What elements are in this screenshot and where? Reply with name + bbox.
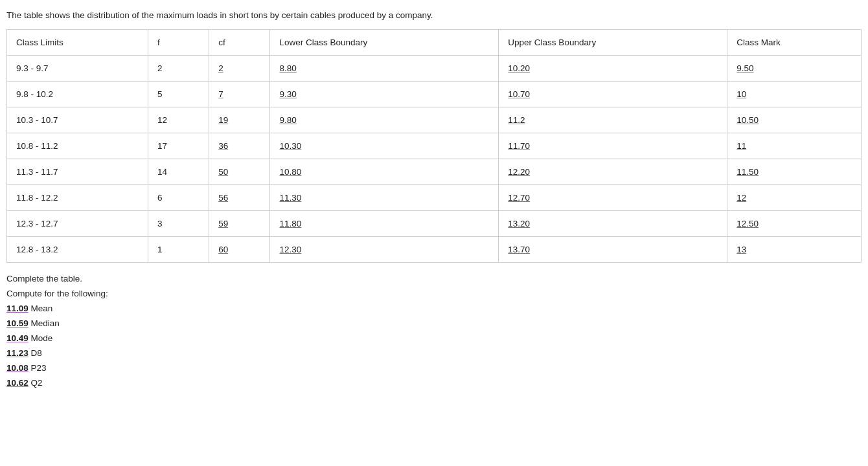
- cell-cf: 59: [209, 211, 270, 237]
- cell-lcb: 11.30: [270, 185, 499, 211]
- cell-f: 12: [148, 107, 209, 133]
- cell-cm: 11: [727, 133, 862, 159]
- p23-label-text: P23: [31, 363, 47, 373]
- cell-f: 1: [148, 237, 209, 263]
- cell-ucb: 11.2: [499, 107, 727, 133]
- cell-class-limits: 11.8 - 12.2: [7, 185, 148, 211]
- cell-cf: 36: [209, 133, 270, 159]
- cell-f: 6: [148, 185, 209, 211]
- p23-value: 10.08: [6, 363, 29, 373]
- d8-label-text: D8: [31, 348, 42, 358]
- table-row: 12.8 - 13.216012.3013.7013: [7, 237, 862, 263]
- cell-cm: 12: [727, 185, 862, 211]
- mode-value: 10.49: [6, 333, 29, 343]
- cell-f: 2: [148, 56, 209, 82]
- q2-row: 10.62 Q2: [6, 376, 862, 391]
- cell-cm: 10.50: [727, 107, 862, 133]
- cell-f: 5: [148, 82, 209, 107]
- cell-cf: 19: [209, 107, 270, 133]
- cell-ucb: 11.70: [499, 133, 727, 159]
- header-cf: cf: [209, 30, 270, 56]
- cell-cm: 11.50: [727, 159, 862, 185]
- q2-value: 10.62: [6, 378, 29, 388]
- median-row: 10.59 Median: [6, 316, 862, 331]
- cell-lcb: 9.30: [270, 82, 499, 107]
- table-row: 12.3 - 12.735911.8013.2012.50: [7, 211, 862, 237]
- cell-f: 3: [148, 211, 209, 237]
- table-row: 11.3 - 11.7145010.8012.2011.50: [7, 159, 862, 185]
- cell-cf: 60: [209, 237, 270, 263]
- cell-cm: 12.50: [727, 211, 862, 237]
- cell-class-limits: 11.3 - 11.7: [7, 159, 148, 185]
- cell-class-limits: 9.8 - 10.2: [7, 82, 148, 107]
- mean-value: 11.09: [6, 304, 29, 313]
- cell-cm: 9.50: [727, 56, 862, 82]
- header-f: f: [148, 30, 209, 56]
- median-label-text: Median: [31, 318, 60, 328]
- header-lcb: Lower Class Boundary: [270, 30, 499, 56]
- cell-class-limits: 10.8 - 11.2: [7, 133, 148, 159]
- cell-ucb: 13.20: [499, 211, 727, 237]
- cell-class-limits: 9.3 - 9.7: [7, 56, 148, 82]
- cell-lcb: 8.80: [270, 56, 499, 82]
- d8-value: 11.23: [6, 348, 29, 358]
- header-ucb: Upper Class Boundary: [499, 30, 727, 56]
- data-table: Class Limits f cf Lower Class Boundary U…: [6, 29, 862, 263]
- table-row: 11.8 - 12.265611.3012.7012: [7, 185, 862, 211]
- cell-cf: 56: [209, 185, 270, 211]
- cell-cm: 10: [727, 82, 862, 107]
- cell-lcb: 10.30: [270, 133, 499, 159]
- table-row: 10.3 - 10.712199.8011.210.50: [7, 107, 862, 133]
- mode-label-text: Mode: [31, 333, 53, 343]
- summary-section: Complete the table. Compute for the foll…: [6, 272, 862, 391]
- mean-row: 11.09 Mean: [6, 302, 862, 316]
- cell-lcb: 9.80: [270, 107, 499, 133]
- cell-ucb: 12.20: [499, 159, 727, 185]
- table-row: 9.3 - 9.7228.8010.209.50: [7, 56, 862, 82]
- cell-class-limits: 12.3 - 12.7: [7, 211, 148, 237]
- cell-f: 14: [148, 159, 209, 185]
- q2-label-text: Q2: [31, 378, 43, 388]
- cell-cf: 2: [209, 56, 270, 82]
- instruction-complete: Complete the table.: [6, 272, 862, 287]
- d8-row: 11.23 D8: [6, 346, 862, 361]
- cell-lcb: 10.80: [270, 159, 499, 185]
- description: The table shows the distribution of the …: [6, 10, 862, 20]
- table-header-row: Class Limits f cf Lower Class Boundary U…: [7, 30, 862, 56]
- p23-row: 10.08 P23: [6, 361, 862, 376]
- instruction-compute: Compute for the following:: [6, 287, 862, 302]
- cell-ucb: 10.20: [499, 56, 727, 82]
- header-class-limits: Class Limits: [7, 30, 148, 56]
- mode-row: 10.49 Mode: [6, 331, 862, 346]
- cell-cm: 13: [727, 237, 862, 263]
- median-value: 10.59: [6, 318, 29, 328]
- table-row: 9.8 - 10.2579.3010.7010: [7, 82, 862, 107]
- header-cm: Class Mark: [727, 30, 862, 56]
- cell-cf: 7: [209, 82, 270, 107]
- mean-label-text: Mean: [31, 304, 53, 313]
- cell-class-limits: 10.3 - 10.7: [7, 107, 148, 133]
- cell-ucb: 13.70: [499, 237, 727, 263]
- cell-class-limits: 12.8 - 13.2: [7, 237, 148, 263]
- cell-lcb: 11.80: [270, 211, 499, 237]
- cell-ucb: 10.70: [499, 82, 727, 107]
- table-row: 10.8 - 11.2173610.3011.7011: [7, 133, 862, 159]
- cell-f: 17: [148, 133, 209, 159]
- cell-lcb: 12.30: [270, 237, 499, 263]
- cell-cf: 50: [209, 159, 270, 185]
- cell-ucb: 12.70: [499, 185, 727, 211]
